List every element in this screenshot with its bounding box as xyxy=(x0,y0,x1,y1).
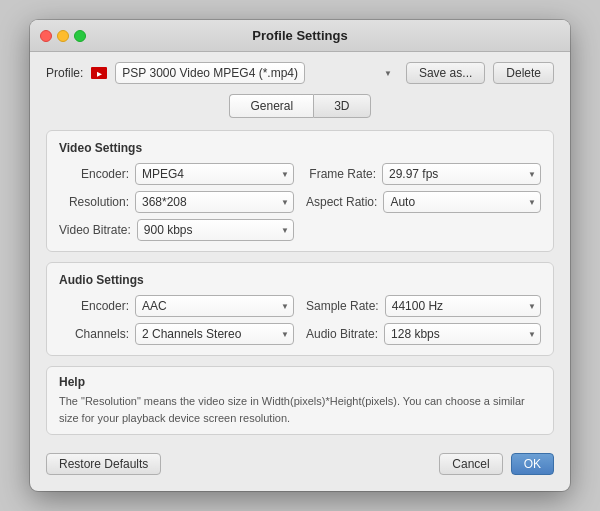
audio-encoder-select-wrapper: AAC ▼ xyxy=(135,295,294,317)
audio-encoder-label: Encoder: xyxy=(59,299,129,313)
encoder-label: Encoder: xyxy=(59,167,129,181)
help-title: Help xyxy=(59,375,541,389)
titlebar: Profile Settings xyxy=(30,20,570,52)
encoder-select-wrapper: MPEG4 ▼ xyxy=(135,163,294,185)
dialog-title: Profile Settings xyxy=(252,28,347,43)
profile-select[interactable]: PSP 3000 Video MPEG4 (*.mp4) xyxy=(115,62,305,84)
encoder-row: Encoder: MPEG4 ▼ xyxy=(59,163,294,185)
frame-rate-select-wrapper: 29.97 fps ▼ xyxy=(382,163,541,185)
delete-button[interactable]: Delete xyxy=(493,62,554,84)
profile-label: Profile: xyxy=(46,66,83,80)
video-settings-fields: Encoder: MPEG4 ▼ Frame Rate: 29.97 fps xyxy=(59,163,541,241)
aspect-ratio-select-wrapper: Auto ▼ xyxy=(383,191,541,213)
frame-rate-row: Frame Rate: 29.97 fps ▼ xyxy=(306,163,541,185)
tab-general[interactable]: General xyxy=(229,94,313,118)
aspect-ratio-select[interactable]: Auto xyxy=(383,191,541,213)
help-text: The "Resolution" means the video size in… xyxy=(59,393,541,426)
video-settings-section: Video Settings Encoder: MPEG4 ▼ Frame Ra… xyxy=(46,130,554,252)
footer-right: Cancel OK xyxy=(439,453,554,475)
restore-defaults-button[interactable]: Restore Defaults xyxy=(46,453,161,475)
dialog-content: Profile: ▶ PSP 3000 Video MPEG4 (*.mp4) … xyxy=(30,52,570,491)
tab-3d[interactable]: 3D xyxy=(313,94,370,118)
empty-cell xyxy=(306,219,541,241)
audio-bitrate-row: Audio Bitrate: 128 kbps ▼ xyxy=(306,323,541,345)
audio-settings-fields: Encoder: AAC ▼ Sample Rate: 44100 Hz xyxy=(59,295,541,345)
save-as-button[interactable]: Save as... xyxy=(406,62,485,84)
audio-bitrate-select-wrapper: 128 kbps ▼ xyxy=(384,323,541,345)
profile-chevron-icon: ▼ xyxy=(384,69,392,78)
profile-select-wrapper: PSP 3000 Video MPEG4 (*.mp4) ▼ xyxy=(115,62,398,84)
frame-rate-label: Frame Rate: xyxy=(306,167,376,181)
audio-bitrate-select[interactable]: 128 kbps xyxy=(384,323,541,345)
resolution-label: Resolution: xyxy=(59,195,129,209)
audio-encoder-row: Encoder: AAC ▼ xyxy=(59,295,294,317)
resolution-select[interactable]: 368*208 xyxy=(135,191,294,213)
profile-icon: ▶ xyxy=(91,67,107,79)
maximize-button[interactable] xyxy=(74,30,86,42)
ok-button[interactable]: OK xyxy=(511,453,554,475)
channels-select[interactable]: 2 Channels Stereo xyxy=(135,323,294,345)
cancel-button[interactable]: Cancel xyxy=(439,453,502,475)
aspect-ratio-label: Aspect Ratio: xyxy=(306,195,377,209)
sample-rate-row: Sample Rate: 44100 Hz ▼ xyxy=(306,295,541,317)
frame-rate-select[interactable]: 29.97 fps xyxy=(382,163,541,185)
channels-select-wrapper: 2 Channels Stereo ▼ xyxy=(135,323,294,345)
sample-rate-select-wrapper: 44100 Hz ▼ xyxy=(385,295,541,317)
video-bitrate-select-wrapper: 900 kbps ▼ xyxy=(137,219,294,241)
audio-bitrate-label: Audio Bitrate: xyxy=(306,327,378,341)
channels-row: Channels: 2 Channels Stereo ▼ xyxy=(59,323,294,345)
sample-rate-label: Sample Rate: xyxy=(306,299,379,313)
aspect-ratio-row: Aspect Ratio: Auto ▼ xyxy=(306,191,541,213)
video-settings-title: Video Settings xyxy=(59,141,541,155)
audio-settings-section: Audio Settings Encoder: AAC ▼ Sample Rat… xyxy=(46,262,554,356)
dialog: Profile Settings Profile: ▶ PSP 3000 Vid… xyxy=(30,20,570,491)
profile-row: Profile: ▶ PSP 3000 Video MPEG4 (*.mp4) … xyxy=(46,62,554,84)
tabs-row: General 3D xyxy=(46,94,554,118)
encoder-select[interactable]: MPEG4 xyxy=(135,163,294,185)
audio-settings-title: Audio Settings xyxy=(59,273,541,287)
video-bitrate-select[interactable]: 900 kbps xyxy=(137,219,294,241)
help-section: Help The "Resolution" means the video si… xyxy=(46,366,554,435)
audio-encoder-select[interactable]: AAC xyxy=(135,295,294,317)
channels-label: Channels: xyxy=(59,327,129,341)
video-bitrate-label: Video Bitrate: xyxy=(59,223,131,237)
profile-icon-text: ▶ xyxy=(97,70,102,77)
footer: Restore Defaults Cancel OK xyxy=(46,447,554,479)
resolution-row: Resolution: 368*208 ▼ xyxy=(59,191,294,213)
sample-rate-select[interactable]: 44100 Hz xyxy=(385,295,541,317)
resolution-select-wrapper: 368*208 ▼ xyxy=(135,191,294,213)
close-button[interactable] xyxy=(40,30,52,42)
video-bitrate-row: Video Bitrate: 900 kbps ▼ xyxy=(59,219,294,241)
traffic-lights xyxy=(40,30,86,42)
minimize-button[interactable] xyxy=(57,30,69,42)
